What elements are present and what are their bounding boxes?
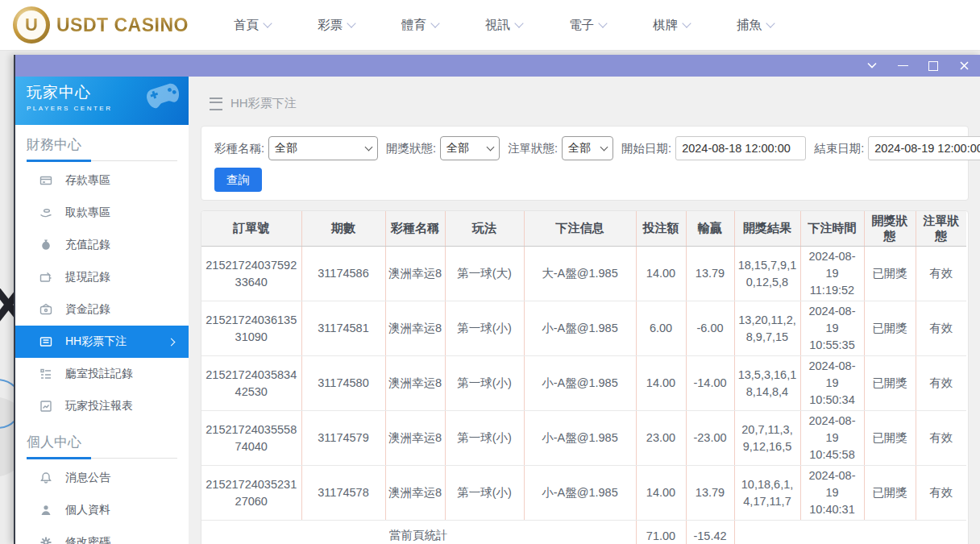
sidebar-item-label: 資金記錄 (65, 302, 110, 317)
chevron-down-icon (682, 19, 691, 27)
top-navbar: U USDT CASINO 首頁 彩票 體育 視訊 電子 棋牌 捕魚 (0, 0, 980, 51)
filter-panel: 彩種名稱: 全部 開獎狀態: 全部 注單狀態 (201, 126, 969, 201)
column-header: 訂單號 (201, 211, 301, 247)
sidebar-item-label: 消息公告 (65, 471, 110, 485)
table-cell: 31174581 (301, 301, 385, 356)
table-cell: 已開獎 (864, 466, 916, 521)
start-date-input[interactable] (675, 136, 806, 160)
list-check-icon (39, 368, 52, 380)
main-menu: 首頁 彩票 體育 視訊 電子 棋牌 捕魚 (234, 17, 774, 34)
sidebar-item-change-password[interactable]: 修改密碼 (15, 526, 189, 544)
sidebar-item-profile[interactable]: 個人資料 (15, 494, 189, 526)
sidebar-item-label: 存款專區 (65, 173, 110, 188)
table-cell: -23.00 (686, 411, 734, 466)
bets-table-panel: 訂單號期數彩種名稱玩法下注信息投注額輸贏開獎結果下注時間開獎狀態注單狀態2152… (201, 210, 969, 544)
table-cell: 有效 (916, 301, 966, 356)
wallet-out-icon (39, 271, 52, 284)
table-cell: 大-A盤@1.985 (524, 247, 636, 301)
table-cell: 小-A盤@1.985 (524, 356, 636, 411)
lottery-type-select[interactable]: 全部 (268, 136, 378, 160)
start-date-label: 開始日期: (621, 141, 671, 156)
sidebar-item-withdraw[interactable]: 取款專區 (15, 197, 189, 229)
section-title-finance: 財務中心 (15, 125, 189, 160)
column-header: 開獎結果 (734, 211, 800, 247)
hamburger-icon[interactable] (210, 98, 222, 110)
bets-table: 訂單號期數彩種名稱玩法下注信息投注額輸贏開獎結果下注時間開獎狀態注單狀態2152… (201, 211, 966, 544)
chevron-down-icon (600, 143, 608, 151)
sidebar-item-deposit[interactable]: 存款專區 (15, 164, 189, 197)
draw-status-select[interactable]: 全部 (440, 136, 500, 160)
summary-bet-total: 71.00 (636, 521, 686, 544)
chevron-down-icon (365, 143, 373, 151)
hand-coin-icon (39, 206, 52, 219)
table-cell: 14.00 (636, 247, 686, 301)
logo-letter: U (25, 15, 38, 35)
column-header: 注單狀態 (916, 211, 966, 247)
brand-logo-inner: U (17, 10, 46, 39)
minimize-icon[interactable] (896, 60, 909, 73)
table-cell: 已開獎 (864, 356, 916, 411)
table-cell: 有效 (916, 247, 966, 301)
end-date-input[interactable] (868, 136, 980, 160)
sidebar-item-player-bet-report[interactable]: 玩家投注報表 (15, 390, 189, 422)
column-header: 輸贏 (686, 211, 734, 247)
table-row: 215217240358344253031174580澳洲幸运8第一球(小)小-… (201, 356, 966, 411)
nav-item-board-games[interactable]: 棋牌 (653, 17, 690, 34)
table-cell: 澳洲幸运8 (385, 356, 445, 411)
table-cell: 20,7,11,3,9,12,16,5 (734, 411, 800, 466)
nav-label: 彩票 (318, 17, 343, 34)
column-header: 玩法 (445, 211, 524, 247)
table-cell: 13,5,3,16,18,14,8,4 (734, 356, 800, 411)
sidebar-item-announcements[interactable]: 消息公告 (15, 462, 189, 494)
sidebar-item-hall-bet-record[interactable]: 廳室投註記錄 (15, 358, 189, 390)
table-cell: 2152172403613531090 (201, 301, 301, 356)
order-status-select[interactable]: 全部 (562, 136, 613, 160)
section-divider (27, 160, 177, 161)
nav-item-fishing[interactable]: 捕魚 (737, 17, 774, 34)
table-cell: 2024-08-19 10:50:34 (800, 356, 864, 411)
sidebar-item-withdraw-record[interactable]: 提現記錄 (15, 261, 189, 293)
table-cell: 31174579 (301, 411, 385, 466)
maximize-icon[interactable] (927, 60, 940, 73)
player-center-window: 玩家中心 PLAYERS CENTER 財務中心 存款專區 取款專區 (14, 55, 980, 544)
nav-item-sports[interactable]: 體育 (401, 17, 438, 34)
query-button[interactable]: 查詢 (214, 168, 262, 192)
table-cell: 有效 (916, 411, 966, 466)
table-cell: 第一球(小) (445, 356, 524, 411)
purse-icon (39, 303, 52, 316)
sidebar-item-hh-lottery-bets[interactable]: HH彩票下注 (15, 326, 189, 358)
nav-label: 捕魚 (737, 17, 762, 34)
sidebar-item-recharge-record[interactable]: 充值記錄 (15, 229, 189, 261)
nav-label: 首頁 (234, 17, 259, 34)
order-status-label: 注單狀態: (508, 141, 558, 156)
close-icon[interactable] (957, 60, 970, 73)
table-cell: 31174580 (301, 356, 385, 411)
brand-logo[interactable]: U USDT CASINO (13, 6, 189, 44)
brand-name: USDT CASINO (56, 15, 189, 36)
collapse-icon[interactable] (866, 60, 878, 73)
summary-empty-cell (734, 521, 966, 544)
table-row: 215217240375923364031174586澳洲幸运8第一球(大)大-… (201, 247, 966, 301)
table-cell: 第一球(小) (445, 301, 524, 356)
table-header-row: 訂單號期數彩種名稱玩法下注信息投注額輸贏開獎結果下注時間開獎狀態注單狀態 (201, 211, 966, 247)
nav-label: 電子 (569, 17, 594, 34)
chevron-down-icon (598, 19, 607, 27)
table-cell: 23.00 (636, 411, 686, 466)
table-cell: 13,20,11,2,8,9,7,15 (734, 301, 800, 356)
sidebar-item-funds-record[interactable]: 資金記錄 (15, 293, 189, 326)
bell-icon (39, 471, 52, 484)
nav-item-live-video[interactable]: 視訊 (485, 17, 522, 34)
table-cell: 2024-08-19 10:55:35 (800, 301, 864, 356)
table-cell: 2152172403583442530 (201, 356, 301, 411)
nav-item-slots[interactable]: 電子 (569, 17, 606, 34)
breadcrumb: HH彩票下注 (189, 77, 980, 126)
nav-item-lottery[interactable]: 彩票 (318, 17, 355, 34)
user-icon (39, 504, 52, 517)
table-cell: 2024-08-19 10:45:58 (800, 411, 864, 466)
table-cell: 小-A盤@1.985 (524, 411, 636, 466)
column-header: 投注額 (636, 211, 686, 247)
table-cell: 14.00 (636, 356, 686, 411)
chevron-down-icon (766, 19, 774, 27)
nav-item-home[interactable]: 首頁 (234, 17, 271, 34)
table-cell: 13.79 (686, 466, 734, 521)
